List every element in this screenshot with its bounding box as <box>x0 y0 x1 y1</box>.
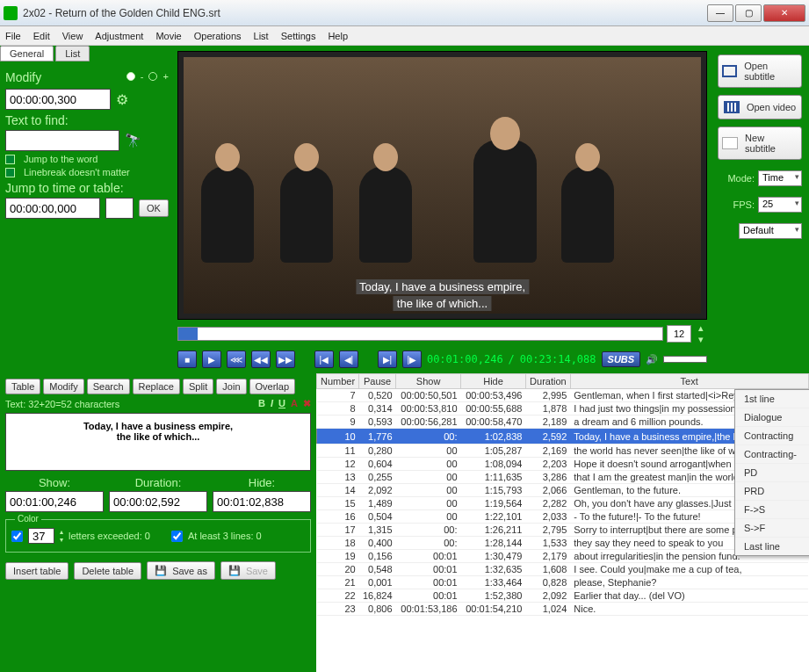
modify-radio-plus[interactable] <box>148 72 157 81</box>
ctx-item[interactable]: F->S <box>735 501 809 519</box>
film-icon <box>724 101 740 113</box>
prev-sub-button[interactable]: |◀ <box>314 350 334 368</box>
tab-search[interactable]: Search <box>87 379 130 394</box>
jump-word-checkbox[interactable] <box>5 155 15 164</box>
menu-view[interactable]: View <box>62 31 83 41</box>
hide-input[interactable] <box>213 491 311 512</box>
context-menu: 1st lineDialogueContractingContracting-P… <box>734 389 809 556</box>
minimize-button[interactable]: — <box>707 4 733 22</box>
play-button[interactable]: ▶ <box>202 350 221 368</box>
menu-help[interactable]: Help <box>328 31 348 41</box>
italic-button[interactable]: I <box>271 398 273 409</box>
ctx-item[interactable]: Last line <box>735 538 809 555</box>
binoculars-icon[interactable]: 🔭 <box>125 133 141 148</box>
subtitle-editor[interactable]: Today, I have a business empire,the like… <box>5 413 311 471</box>
disk-icon: 💾 <box>228 565 241 576</box>
speed-button[interactable]: ⋘ <box>227 350 246 368</box>
subs-toggle-button[interactable]: SUBS <box>602 351 641 367</box>
menu-list[interactable]: List <box>254 31 269 41</box>
format-a-button[interactable]: A <box>291 398 298 409</box>
tab-overlap[interactable]: Overlap <box>249 379 296 394</box>
color-group: Color ▴▾ letters exceeded: 0 At least 3 … <box>5 519 311 553</box>
find-input[interactable] <box>5 130 119 151</box>
seek-value[interactable]: 12 <box>667 325 691 343</box>
col-number[interactable]: Number <box>317 374 359 389</box>
tab-modify[interactable]: Modify <box>43 379 83 394</box>
ctx-item[interactable]: PD <box>735 464 809 482</box>
volume-slider[interactable] <box>663 356 707 363</box>
col-text[interactable]: Text <box>570 374 808 389</box>
table-row[interactable]: 230,80600:01:53,18600:01:54,2101,024Nice… <box>317 603 809 616</box>
menu-adjustment[interactable]: Adjustment <box>95 31 143 41</box>
disk-icon: 💾 <box>155 565 167 576</box>
jump-ok-button[interactable]: OK <box>139 199 169 217</box>
table-row[interactable]: 200,54800:011:32,6351,608I see. Could yo… <box>317 563 809 576</box>
table-row[interactable]: 2216,82400:011:52,3802,092Earlier that d… <box>317 589 809 603</box>
menu-edit[interactable]: Edit <box>33 31 50 41</box>
video-area: Today, I have a business empire,the like… <box>174 46 711 373</box>
bold-button[interactable]: B <box>258 398 265 409</box>
menu-settings[interactable]: Settings <box>281 31 316 41</box>
gear-icon[interactable]: ⚙ <box>116 91 132 107</box>
open-video-button[interactable]: Open video <box>718 95 802 119</box>
next-sub-button[interactable]: |▶ <box>402 350 422 368</box>
menu-file[interactable]: File <box>5 31 21 41</box>
ctx-item[interactable]: PRD <box>735 482 809 501</box>
seek-bar[interactable] <box>177 327 663 341</box>
underline-button[interactable]: U <box>278 398 285 409</box>
modify-radio-minus[interactable] <box>126 72 135 81</box>
letters-checkbox[interactable] <box>11 531 23 542</box>
window-title: 2x02 - Return of the Golden Child ENG.sr… <box>23 7 707 19</box>
app-icon <box>4 6 18 20</box>
show-input[interactable] <box>5 491 104 512</box>
prev-frame-button[interactable]: ◀| <box>339 350 358 368</box>
next-frame-button[interactable]: ▶| <box>378 350 397 368</box>
delete-icon[interactable]: ✖ <box>303 398 311 409</box>
ctx-item[interactable]: 1st line <box>735 390 809 408</box>
modify-input[interactable] <box>5 89 111 110</box>
ctx-item[interactable]: S->F <box>735 519 809 538</box>
col-show[interactable]: Show <box>396 374 461 389</box>
table-row[interactable]: 210,00100:011:33,4640,828please, Stephan… <box>317 576 809 589</box>
duration-input[interactable] <box>109 491 207 512</box>
tab-join[interactable]: Join <box>216 379 246 394</box>
mode-select[interactable]: Time <box>758 170 802 186</box>
col-duration[interactable]: Duration <box>525 374 570 389</box>
default-select[interactable]: Default <box>739 223 802 239</box>
col-pause[interactable]: Pause <box>359 374 396 389</box>
tab-split[interactable]: Split <box>183 379 213 394</box>
new-subtitle-button[interactable]: New subtitle <box>718 126 802 160</box>
menu-operations[interactable]: Operations <box>194 31 242 41</box>
menu-movie[interactable]: Movie <box>155 31 181 41</box>
tab-general[interactable]: General <box>0 46 54 61</box>
ctx-item[interactable]: Contracting <box>735 427 809 445</box>
tab-table[interactable]: Table <box>5 379 40 394</box>
forward-button[interactable]: ▶▶ <box>276 350 295 368</box>
col-hide[interactable]: Hide <box>461 374 526 389</box>
fps-select[interactable]: 25 <box>758 197 802 213</box>
letters-input[interactable] <box>28 528 54 544</box>
speaker-icon[interactable]: 🔊 <box>646 354 658 365</box>
time-current: 00:01:00,246 <box>427 353 503 365</box>
linebreak-checkbox[interactable] <box>5 168 15 177</box>
tab-replace[interactable]: Replace <box>133 379 180 394</box>
delete-table-button[interactable]: Delete table <box>74 562 141 580</box>
open-subtitle-button[interactable]: Open subtitle <box>718 54 802 88</box>
save-button[interactable]: 💾Save <box>220 561 276 580</box>
video-player[interactable]: Today, I have a business empire,the like… <box>177 51 707 320</box>
ctx-item[interactable]: Dialogue <box>735 408 809 427</box>
save-as-button[interactable]: 💾Save as <box>147 561 215 580</box>
rewind-button[interactable]: ◀◀ <box>251 350 271 368</box>
right-panel: Open subtitle Open video New subtitle Mo… <box>711 46 809 373</box>
maximize-button[interactable]: ▢ <box>735 4 762 22</box>
ctx-item[interactable]: Contracting- <box>735 445 809 464</box>
jump-table-input[interactable] <box>105 198 134 219</box>
left-panel: General List Modify - + ⚙ Text to find: … <box>0 46 174 373</box>
modify-label: Modify <box>5 70 41 84</box>
tab-list[interactable]: List <box>55 46 90 61</box>
stop-button[interactable]: ■ <box>177 350 197 368</box>
close-button[interactable]: ✕ <box>763 4 805 22</box>
atleast-checkbox[interactable] <box>171 531 183 542</box>
insert-table-button[interactable]: Insert table <box>5 562 69 580</box>
jump-time-input[interactable] <box>5 198 100 219</box>
